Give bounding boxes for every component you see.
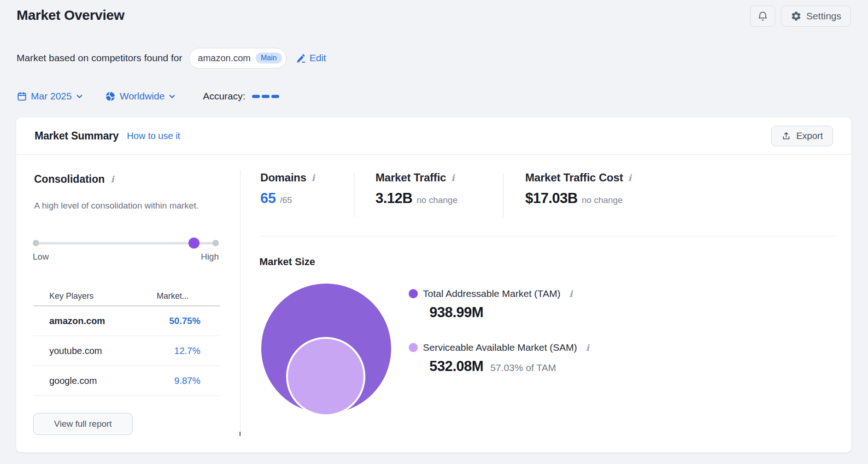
domains-label: Domains xyxy=(260,171,306,184)
export-button-label: Export xyxy=(796,131,823,141)
player-share: 12.7% xyxy=(174,346,220,356)
export-button[interactable]: Export xyxy=(771,126,833,146)
key-players-table: Key Players Market... amazon.com 50.75% … xyxy=(33,287,220,396)
seed-domain: amazon.com xyxy=(198,53,251,64)
market-definition-text: Market based on competitors found for xyxy=(17,52,182,64)
how-to-use-link[interactable]: How to use it xyxy=(127,131,181,141)
gear-icon xyxy=(791,11,802,22)
consolidation-slider[interactable] xyxy=(33,236,219,250)
edit-competitors-link[interactable]: Edit xyxy=(296,52,326,64)
tam-legend-label: Total Addressable Market (TAM) xyxy=(423,288,560,299)
market-traffic-value: 3.12B xyxy=(375,190,412,207)
market-traffic-label-row: Market Traffic i xyxy=(375,171,503,184)
info-icon[interactable]: i xyxy=(311,174,315,182)
consolidation-description: A high level of consolidation within mar… xyxy=(34,199,209,212)
market-summary-card: Market Summary How to use it Export Cons… xyxy=(16,117,851,452)
stats-row: Domains i 65 /65 Market Traffic i 3.12B … xyxy=(260,171,631,218)
table-row[interactable]: youtube.com 12.7% xyxy=(33,336,220,366)
slider-labels: Low High xyxy=(33,252,219,262)
sam-legend-dot xyxy=(409,343,418,352)
calendar-icon xyxy=(17,91,27,102)
sam-value: 532.08M xyxy=(429,358,483,375)
globe-icon xyxy=(105,91,116,102)
accuracy-label: Accuracy: xyxy=(203,91,245,102)
accuracy-group: Accuracy: xyxy=(203,91,279,102)
player-share: 50.75% xyxy=(169,316,220,326)
accuracy-indicator[interactable] xyxy=(252,95,279,98)
tam-legend-dot xyxy=(409,289,418,298)
tam-value: 938.99M xyxy=(429,304,483,321)
bell-icon xyxy=(757,11,768,22)
pencil-icon xyxy=(296,53,306,64)
market-traffic-cost-stat: Market Traffic Cost i $17.03B no change xyxy=(504,171,631,218)
notifications-button[interactable] xyxy=(750,6,775,27)
key-players-column-header: Key Players xyxy=(33,291,94,301)
market-traffic-change: no change xyxy=(416,195,457,205)
accuracy-dash xyxy=(271,95,279,98)
region-selector-label: Worldwide xyxy=(120,91,165,102)
tam-legend-row: Total Addressable Market (TAM) i xyxy=(409,288,573,299)
player-domain[interactable]: google.com xyxy=(33,376,97,386)
card-title: Market Summary xyxy=(35,130,119,142)
info-icon[interactable]: i xyxy=(111,175,114,184)
column-divider xyxy=(240,170,240,435)
info-icon[interactable]: i xyxy=(451,174,454,182)
market-definition-row: Market based on competitors found for am… xyxy=(17,47,326,69)
player-share: 9.87% xyxy=(174,376,220,386)
slider-high-label: High xyxy=(201,252,219,262)
slider-low-endpoint xyxy=(33,240,39,246)
table-row[interactable]: amazon.com 50.75% xyxy=(33,306,220,336)
sam-percent-of-tam: 57.03% of TAM xyxy=(490,362,556,373)
header-actions: Settings xyxy=(750,6,851,27)
slider-handle[interactable] xyxy=(188,238,199,249)
domains-value[interactable]: 65 xyxy=(260,190,276,207)
key-players-header-row: Key Players Market... xyxy=(33,287,220,306)
domains-stat: Domains i 65 /65 xyxy=(260,171,354,218)
section-divider xyxy=(260,236,835,237)
page-title: Market Overview xyxy=(17,7,124,23)
card-header: Market Summary How to use it Export xyxy=(16,117,851,155)
column-divider-tip xyxy=(240,432,240,436)
export-icon xyxy=(781,131,791,141)
market-traffic-cost-change: no change xyxy=(582,195,623,205)
region-selector[interactable]: Worldwide xyxy=(105,91,176,102)
consolidation-title: Consolidation xyxy=(34,173,105,186)
chevron-down-icon xyxy=(168,93,176,100)
sam-bubble[interactable] xyxy=(286,337,365,416)
domains-total: /65 xyxy=(280,195,292,205)
seed-domain-pill[interactable]: amazon.com Main xyxy=(189,48,287,69)
info-icon[interactable]: i xyxy=(569,290,572,298)
settings-button-label: Settings xyxy=(806,11,841,22)
market-traffic-label: Market Traffic xyxy=(375,171,446,184)
domains-stat-label-row: Domains i xyxy=(260,171,354,184)
market-traffic-cost-value: $17.03B xyxy=(525,190,578,207)
market-traffic-cost-label: Market Traffic Cost xyxy=(525,171,623,184)
market-share-column-header[interactable]: Market... xyxy=(157,291,220,301)
market-traffic-stat: Market Traffic i 3.12B no change xyxy=(354,171,503,218)
accuracy-dash xyxy=(262,95,270,98)
market-size-title: Market Size xyxy=(259,256,315,268)
date-selector-label: Mar 2025 xyxy=(31,91,72,102)
edit-link-label: Edit xyxy=(310,52,326,64)
info-icon[interactable]: i xyxy=(628,174,631,182)
table-row[interactable]: google.com 9.87% xyxy=(33,366,220,396)
main-badge: Main xyxy=(256,52,282,64)
player-domain[interactable]: youtube.com xyxy=(33,346,102,356)
sam-legend-row: Serviceable Available Market (SAM) i xyxy=(409,342,589,353)
date-selector[interactable]: Mar 2025 xyxy=(17,91,83,102)
slider-high-endpoint xyxy=(212,240,219,246)
accuracy-dash xyxy=(252,95,260,98)
info-icon[interactable]: i xyxy=(586,343,589,352)
filter-row: Mar 2025 Worldwide Accuracy: xyxy=(17,88,279,104)
market-traffic-cost-label-row: Market Traffic Cost i xyxy=(525,171,631,184)
settings-button[interactable]: Settings xyxy=(781,6,851,27)
player-domain[interactable]: amazon.com xyxy=(33,316,105,326)
slider-low-label: Low xyxy=(33,252,49,262)
sam-legend-label: Serviceable Available Market (SAM) xyxy=(423,342,577,353)
consolidation-heading: Consolidation i xyxy=(34,173,114,186)
view-full-report-button[interactable]: View full report xyxy=(33,413,133,435)
chevron-down-icon xyxy=(76,93,83,100)
